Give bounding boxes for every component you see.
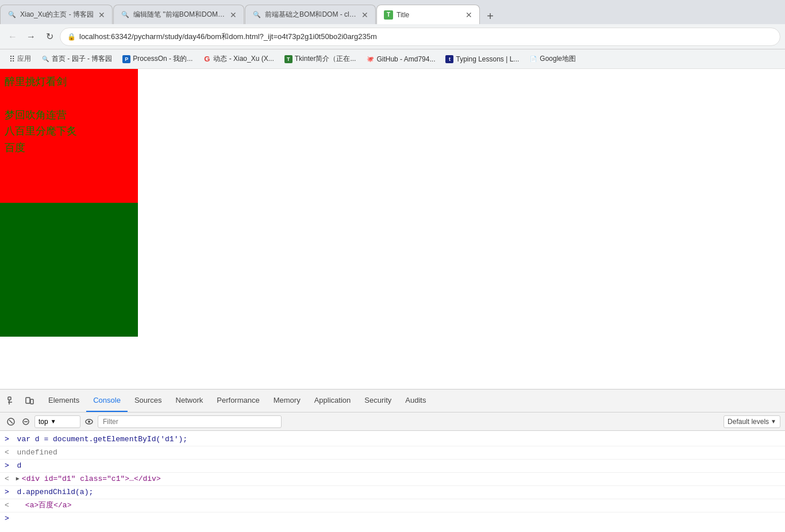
bookmark-6-favicon: t: [445, 55, 453, 63]
inspect-element-button[interactable]: [5, 394, 20, 408]
clear-icon: [7, 418, 15, 426]
dom-indent-1: [13, 500, 23, 511]
nav-bar: ← → ↻ 🔒 localhost:63342/pycharm/study/da…: [0, 24, 785, 49]
browser-window: 🔍 Xiao_Xu的主页 - 博客园 ✕ 🔍 编辑随笔 "前端BOM和DOM" …: [0, 0, 785, 358]
device-toggle-button[interactable]: [22, 394, 37, 408]
console-line-2: < undefined: [0, 446, 785, 460]
tab-network[interactable]: Network: [169, 390, 210, 412]
line-2: [5, 90, 133, 107]
bookmark-3-favicon: G: [203, 55, 211, 63]
bookmark-5-label: GitHub - Amd794...: [376, 55, 435, 63]
show-issues-button[interactable]: [83, 415, 95, 428]
console-output: > var d = document.getElementById('d1');…: [0, 431, 785, 532]
output-prompt-2: <: [5, 448, 9, 458]
address-text: localhost:63342/pycharm/study/day46/bom和…: [79, 32, 773, 42]
console-filter-input[interactable]: [98, 415, 282, 428]
devtools-panel: Elements Console Sources Network Perform…: [0, 389, 785, 532]
tab-sources[interactable]: Sources: [128, 390, 169, 412]
input-prompt-1: >: [5, 434, 9, 445]
tab-3[interactable]: 🔍 前端基础之BOM和DOM - cls超… ✕: [245, 5, 376, 24]
svg-rect-3: [26, 398, 30, 403]
tab-2-close[interactable]: ✕: [225, 10, 237, 20]
bookmark-2[interactable]: P ProcessOn - 我的...: [118, 52, 197, 67]
bookmark-2-favicon: P: [122, 55, 130, 63]
tab-1-favicon: 🔍: [7, 10, 17, 20]
cursor-icon: [7, 396, 17, 406]
svg-point-10: [88, 421, 90, 423]
tab-memory[interactable]: Memory: [267, 390, 307, 412]
tab-4-close[interactable]: ✕: [461, 10, 472, 20]
line-1: 醉里挑灯看剑: [5, 74, 133, 90]
tab-3-close[interactable]: ✕: [357, 10, 368, 20]
red-box: 醉里挑灯看剑 梦回吹角连营 八百里分麾下炙 百度: [0, 69, 138, 203]
input-prompt-5: >: [5, 487, 9, 498]
bookmark-3-label: 动态 - Xiao_Xu (X...: [213, 54, 274, 64]
tab-application[interactable]: Application: [307, 390, 358, 412]
line-5: 百度: [5, 140, 133, 156]
forward-button[interactable]: →: [23, 29, 39, 45]
tab-console[interactable]: Console: [86, 390, 128, 412]
eye-icon: [85, 418, 93, 426]
console-text-1: var d = document.getElementById('d1');: [13, 434, 780, 445]
tab-1[interactable]: 🔍 Xiao_Xu的主页 - 博客园 ✕: [0, 5, 113, 24]
bookmarks-bar: ⠿ 应用 🔍 首页 - 园子 - 博客园 P ProcessOn - 我的...…: [0, 49, 785, 69]
tab-elements[interactable]: Elements: [41, 390, 86, 412]
new-tab-button[interactable]: +: [480, 8, 500, 24]
console-text-3: d: [13, 461, 780, 471]
green-box: [0, 203, 138, 337]
tab-1-title: Xiao_Xu的主页 - 博客园: [20, 10, 94, 20]
apps-label: 应用: [17, 54, 31, 64]
console-input-line[interactable]: >: [0, 512, 785, 524]
tab-4-title: Title: [397, 11, 409, 19]
context-value: top: [39, 418, 48, 426]
apps-button[interactable]: ⠿ 应用: [5, 52, 36, 67]
bookmark-4-favicon: T: [284, 55, 293, 63]
tab-performance[interactable]: Performance: [210, 390, 266, 412]
tab-4[interactable]: T Title ✕: [376, 5, 480, 24]
tab-1-close[interactable]: ✕: [94, 10, 105, 20]
default-levels-arrow-icon: ▼: [771, 418, 776, 425]
default-levels-selector[interactable]: Default levels ▼: [724, 415, 780, 428]
tab-bar: 🔍 Xiao_Xu的主页 - 博客园 ✕ 🔍 编辑随笔 "前端BOM和DOM" …: [0, 0, 785, 24]
bookmark-1[interactable]: 🔍 首页 - 园子 - 博客园: [37, 52, 117, 67]
bookmark-4[interactable]: T Tkinter简介（正在...: [280, 52, 361, 67]
bookmark-5[interactable]: 🐙 GitHub - Amd794...: [361, 52, 440, 67]
input-prompt-active: >: [5, 514, 9, 523]
tab-audits[interactable]: Audits: [398, 390, 433, 412]
console-text-2: undefined: [13, 448, 780, 458]
context-selector[interactable]: top ▼: [34, 415, 80, 428]
svg-line-6: [9, 420, 13, 423]
red-box-text: 醉里挑灯看剑 梦回吹角连营 八百里分麾下炙 百度: [0, 69, 138, 161]
bookmark-6-label: Typing Lessons | L...: [456, 55, 519, 63]
tab-2-favicon: 🔍: [121, 10, 130, 20]
bookmark-3[interactable]: G 动态 - Xiao_Xu (X...: [198, 52, 278, 67]
bookmark-1-favicon: 🔍: [41, 55, 49, 63]
reload-button[interactable]: ↻: [41, 29, 57, 45]
bookmark-7-favicon: 📄: [529, 55, 537, 63]
address-bar[interactable]: 🔒 localhost:63342/pycharm/study/day46/bo…: [60, 28, 780, 46]
tab-security[interactable]: Security: [357, 390, 398, 412]
tab-2[interactable]: 🔍 编辑随笔 "前端BOM和DOM" - … ✕: [113, 5, 244, 24]
device-icon: [25, 396, 34, 406]
console-line-5: > d.appendChild(a);: [0, 486, 785, 499]
preserve-icon: [22, 418, 30, 426]
dom-chevron-1: ▶: [13, 474, 20, 484]
console-text-5: d.appendChild(a);: [13, 487, 780, 498]
bookmark-6[interactable]: t Typing Lessons | L...: [441, 52, 524, 67]
tab-4-favicon: T: [384, 10, 393, 20]
clear-console-button[interactable]: [5, 415, 17, 428]
default-levels-label: Default levels: [728, 418, 769, 426]
bookmark-5-favicon: 🐙: [366, 55, 374, 63]
bookmark-1-label: 首页 - 园子 - 博客园: [52, 54, 112, 64]
bookmark-7[interactable]: 📄 Google地图: [525, 52, 580, 67]
bookmark-4-label: Tkinter简介（正在...: [295, 54, 356, 64]
lock-icon: 🔒: [67, 33, 76, 41]
tab-3-title: 前端基础之BOM和DOM - cls超…: [265, 10, 357, 20]
preserve-log-button[interactable]: [20, 415, 32, 428]
apps-grid-icon: ⠿: [9, 55, 15, 64]
back-button[interactable]: ←: [5, 29, 21, 45]
output-prompt-6: <: [5, 500, 9, 511]
devtools-tabs: Elements Console Sources Network Perform…: [41, 390, 780, 412]
console-line-4: < ▶ <div id="d1" class="c1">…</div>: [0, 473, 785, 486]
svg-rect-4: [30, 399, 33, 404]
